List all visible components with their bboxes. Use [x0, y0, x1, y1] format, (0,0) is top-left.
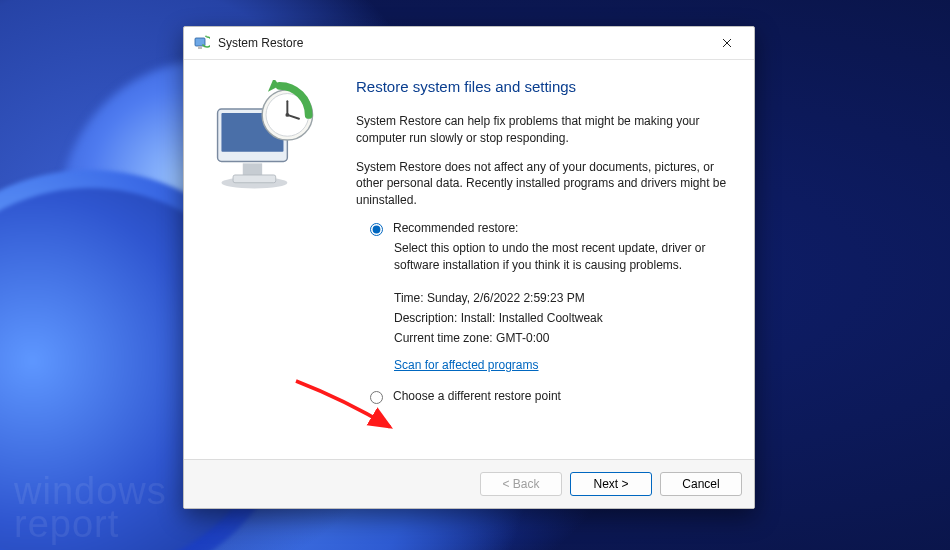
wizard-footer: < Back Next > Cancel: [184, 459, 754, 508]
wizard-content: Restore system files and settings System…: [350, 60, 754, 459]
scan-affected-link[interactable]: Scan for affected programs: [394, 358, 539, 372]
wizard-sidebar: [184, 60, 350, 459]
next-button[interactable]: Next >: [570, 472, 652, 496]
recommended-restore-radio[interactable]: Recommended restore:: [370, 221, 728, 236]
window-title: System Restore: [218, 36, 704, 50]
close-icon: [722, 38, 732, 48]
different-restore-radio[interactable]: Choose a different restore point: [370, 389, 728, 404]
back-button: < Back: [480, 472, 562, 496]
restore-point-details: Time: Sunday, 2/6/2022 2:59:23 PM Descri…: [394, 288, 728, 376]
system-restore-dialog: System Restore: [183, 26, 755, 509]
intro-paragraph-2: System Restore does not affect any of yo…: [356, 159, 728, 209]
recommended-restore-desc: Select this option to undo the most rece…: [394, 240, 728, 274]
cancel-button[interactable]: Cancel: [660, 472, 742, 496]
restore-time: Time: Sunday, 2/6/2022 2:59:23 PM: [394, 288, 728, 308]
recommended-restore-input[interactable]: [370, 223, 383, 236]
system-restore-icon: [194, 35, 210, 51]
recommended-restore-label: Recommended restore:: [393, 221, 518, 235]
titlebar: System Restore: [184, 27, 754, 60]
restore-description: Description: Install: Installed Cooltwea…: [394, 308, 728, 328]
svg-rect-6: [233, 175, 276, 183]
restore-illustration-icon: [204, 80, 330, 206]
svg-rect-1: [198, 46, 202, 49]
watermark: windowsreport: [14, 475, 167, 540]
svg-point-11: [285, 113, 289, 117]
intro-paragraph-1: System Restore can help fix problems tha…: [356, 113, 728, 147]
close-button[interactable]: [704, 27, 750, 59]
restore-timezone: Current time zone: GMT-0:00: [394, 328, 728, 348]
different-restore-label: Choose a different restore point: [393, 389, 561, 403]
different-restore-input[interactable]: [370, 391, 383, 404]
page-heading: Restore system files and settings: [356, 78, 728, 95]
dialog-body: Restore system files and settings System…: [184, 60, 754, 459]
